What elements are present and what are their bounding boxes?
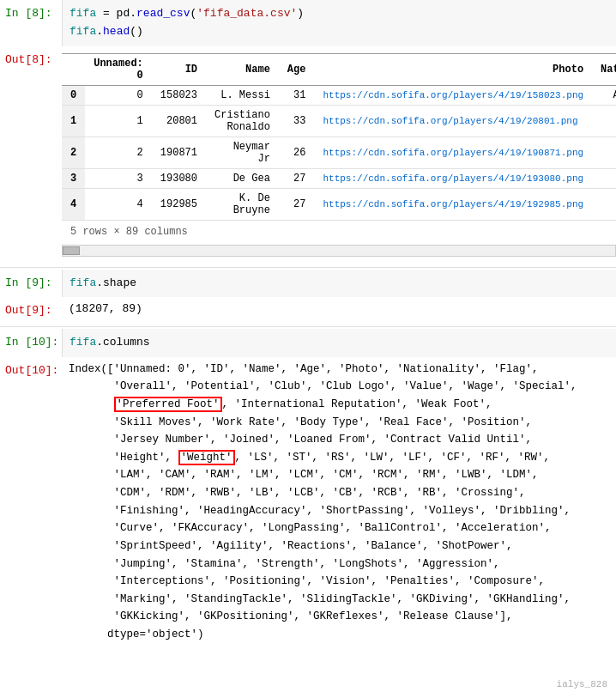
col-header-nationality: Nationality [592, 53, 616, 85]
cell-photo-2: https://cdn.sofifa.org/players/4/19/1908… [314, 137, 592, 168]
out-label-9: Out[9]: [0, 297, 62, 325]
cell-9-out: Out[9]: (18207, 89) [0, 297, 616, 325]
cell-name-0: L. Messi [206, 85, 279, 105]
cell-8-in: In [8]: fifa = pd.read_csv('fifa_data.cs… [0, 0, 616, 46]
col-header-name: Name [206, 53, 279, 85]
table-row: 1 1 20801 CristianoRonaldo 33 https://cd… [62, 105, 616, 137]
cell-unnamed-0: 0 [85, 85, 152, 105]
out-label-8: Out[8]: [0, 46, 62, 265]
cell-unnamed-3: 3 [85, 168, 152, 188]
cell-nationality-2: Brazil [592, 137, 616, 168]
row-index-3: 3 [62, 168, 85, 188]
cell-age-0: 31 [279, 85, 315, 105]
cell-name-1: CristianoRonaldo [206, 105, 279, 137]
cell-photo-0: https://cdn.sofifa.org/players/4/19/1580… [314, 85, 592, 105]
weight-highlight: 'Weight' [178, 450, 235, 465]
table-row: 4 4 192985 K. DeBruyne 27 https://cdn.so… [62, 188, 616, 220]
cell-age-1: 33 [279, 105, 315, 137]
cell-unnamed-4: 4 [85, 188, 152, 220]
cell-8-out: Out[8]: Unnamed:0 ID Name Age Photo Nati… [0, 46, 616, 265]
cell-age-3: 27 [279, 168, 315, 188]
out-label-10: Out[10]: [0, 357, 62, 647]
col-header-id: ID [152, 53, 206, 85]
col-header-age: Age [279, 53, 315, 85]
cell-id-0: 158023 [152, 85, 206, 105]
cell-10-in: In [10]: fifa.columns [0, 329, 616, 357]
cell-id-1: 20801 [152, 105, 206, 137]
dataframe-wrapper: Unnamed:0 ID Name Age Photo Nationality … [62, 50, 616, 262]
in-label-9: In [9]: [0, 270, 62, 298]
col-header-index [62, 53, 85, 85]
table-row: 0 0 158023 L. Messi 31 https://cdn.sofif… [62, 85, 616, 105]
cell-nationality-0: Argentina [592, 85, 616, 105]
cell-age-4: 27 [279, 188, 315, 220]
col-header-photo: Photo [314, 53, 592, 85]
cell-nationality-3: Spain [592, 168, 616, 188]
cell-nationality-1: Portugal [592, 105, 616, 137]
cell-name-2: NeymarJr [206, 137, 279, 168]
table-row: 2 2 190871 NeymarJr 26 https://cdn.sofif… [62, 137, 616, 168]
columns-output: Index(['Unnamed: 0', 'ID', 'Name', 'Age'… [62, 357, 616, 647]
divider-1 [0, 267, 616, 268]
table-row: 3 3 193080 De Gea 27 https://cdn.sofifa.… [62, 168, 616, 188]
cell-id-2: 190871 [152, 137, 206, 168]
cell-photo-4: https://cdn.sofifa.org/players/4/19/1929… [314, 188, 592, 220]
cell-nationality-4: Belgium [592, 188, 616, 220]
row-index-0: 0 [62, 85, 85, 105]
cell-unnamed-1: 1 [85, 105, 152, 137]
cell-name-4: K. DeBruyne [206, 188, 279, 220]
in-label-10: In [10]: [0, 329, 62, 357]
scrollbar-thumb[interactable] [63, 246, 80, 255]
cell-id-4: 192985 [152, 188, 206, 220]
output-area-8: Unnamed:0 ID Name Age Photo Nationality … [62, 46, 616, 265]
df-footer: 5 rows × 89 columns [62, 221, 616, 243]
cell-photo-1: https://cdn.sofifa.org/players/4/19/2080… [314, 105, 592, 137]
col-header-unnamed: Unnamed:0 [85, 53, 152, 85]
cell-name-3: De Gea [206, 168, 279, 188]
cell-10-out: Out[10]: Index(['Unnamed: 0', 'ID', 'Nam… [0, 357, 616, 647]
cell-photo-3: https://cdn.sofifa.org/players/4/19/1930… [314, 168, 592, 188]
code-area-9: fifa.shape [62, 270, 616, 298]
cell-age-2: 26 [279, 137, 315, 168]
code-area-8: fifa = pd.read_csv('fifa_data.csv') fifa… [62, 0, 616, 46]
preferred-foot-highlight: 'Preferred Foot' [114, 397, 222, 412]
divider-2 [0, 326, 616, 327]
horizontal-scrollbar[interactable] [62, 245, 616, 257]
row-index-4: 4 [62, 188, 85, 220]
output-text-9: (18207, 89) [62, 297, 149, 325]
in-label-8: In [8]: [0, 0, 62, 46]
cell-9-in: In [9]: fifa.shape [0, 270, 616, 298]
code-area-10: fifa.columns [62, 329, 616, 357]
columns-text-after-weight: , 'LS', 'ST', 'RS', 'LW', 'LF', 'CF', 'R… [69, 452, 571, 640]
dataframe-table: Unnamed:0 ID Name Age Photo Nationality … [62, 53, 616, 221]
cell-unnamed-2: 2 [85, 137, 152, 168]
row-index-2: 2 [62, 137, 85, 168]
cell-id-3: 193080 [152, 168, 206, 188]
row-index-1: 1 [62, 105, 85, 137]
